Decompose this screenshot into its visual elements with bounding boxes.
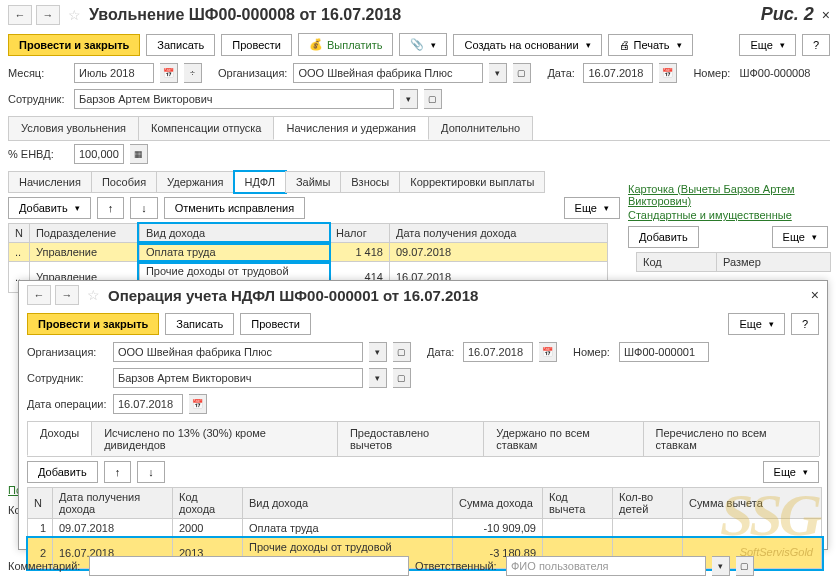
col-kids: Кол-во детей bbox=[613, 488, 683, 519]
date-input[interactable]: 16.07.2018 bbox=[583, 63, 653, 83]
subtab-corrections[interactable]: Корректировки выплаты bbox=[399, 171, 545, 193]
tab-withheld[interactable]: Удержано по всем ставкам bbox=[483, 421, 643, 456]
tab-transferred[interactable]: Перечислено по всем ставкам bbox=[643, 421, 820, 456]
table-row[interactable]: .. Управление Оплата труда 1 418 09.07.2… bbox=[9, 243, 608, 262]
dropdown-icon[interactable]: ▾ bbox=[712, 556, 730, 576]
subtab-accruals[interactable]: Начисления bbox=[8, 171, 92, 193]
more-button[interactable]: Еще bbox=[739, 34, 795, 56]
tab-deductions[interactable]: Предоставлено вычетов bbox=[337, 421, 484, 456]
more-button[interactable]: Еще bbox=[564, 197, 620, 219]
resp-input[interactable]: ФИО пользователя bbox=[506, 556, 706, 576]
help-button[interactable]: ? bbox=[802, 34, 830, 56]
col-type: Вид дохода bbox=[139, 224, 329, 243]
calc-icon[interactable]: ▦ bbox=[130, 144, 148, 164]
more-button[interactable]: Еще bbox=[763, 461, 819, 483]
back-button[interactable]: ← bbox=[8, 5, 32, 25]
num-label: Номер: bbox=[573, 346, 613, 358]
post-button[interactable]: Провести bbox=[240, 313, 311, 335]
subtab-benefits[interactable]: Пособия bbox=[91, 171, 157, 193]
save-button[interactable]: Записать bbox=[146, 34, 215, 56]
open-icon[interactable]: ▢ bbox=[393, 342, 411, 362]
tab-compensation[interactable]: Компенсации отпуска bbox=[138, 116, 274, 140]
subtab-loans[interactable]: Займы bbox=[285, 171, 341, 193]
date-input[interactable]: 16.07.2018 bbox=[463, 342, 533, 362]
col-code: Код дохода bbox=[173, 488, 243, 519]
help-button[interactable]: ? bbox=[791, 313, 819, 335]
emp-input[interactable]: Барзов Артем Викторович bbox=[113, 368, 363, 388]
pay-button[interactable]: 💰 Выплатить bbox=[298, 33, 393, 56]
save-button[interactable]: Записать bbox=[165, 313, 234, 335]
month-label: Месяц: bbox=[8, 67, 68, 79]
dropdown-icon[interactable]: ▾ bbox=[400, 89, 418, 109]
subtab-contributions[interactable]: Взносы bbox=[340, 171, 400, 193]
table-row[interactable]: 1 09.07.2018 2000 Оплата труда -10 909,0… bbox=[28, 519, 822, 538]
cancel-fix-button[interactable]: Отменить исправления bbox=[164, 197, 305, 219]
add-button[interactable]: Добавить bbox=[27, 461, 98, 483]
down-button[interactable]: ↓ bbox=[137, 461, 165, 483]
dropdown-icon[interactable]: ▾ bbox=[369, 368, 387, 388]
opdate-input[interactable]: 16.07.2018 bbox=[113, 394, 183, 414]
calendar-icon[interactable]: 📅 bbox=[189, 394, 207, 414]
tab-income[interactable]: Доходы bbox=[27, 421, 92, 456]
open-icon[interactable]: ▢ bbox=[736, 556, 754, 576]
close-icon[interactable]: × bbox=[822, 7, 830, 23]
std-link[interactable]: Стандартные и имущественные bbox=[628, 208, 828, 222]
create-from-button[interactable]: Создать на основании bbox=[453, 34, 601, 56]
attach-button[interactable]: 📎 bbox=[399, 33, 447, 56]
star-icon[interactable]: ☆ bbox=[87, 287, 100, 303]
up-button[interactable]: ↑ bbox=[104, 461, 132, 483]
col-code: Код bbox=[637, 253, 717, 272]
calendar-icon[interactable]: 📅 bbox=[160, 63, 178, 83]
post-close-button[interactable]: Провести и закрыть bbox=[27, 313, 159, 335]
col-n: N bbox=[28, 488, 53, 519]
card-link[interactable]: Карточка (Вычеты Барзов Артем Викторович… bbox=[628, 182, 828, 208]
col-n: N bbox=[9, 224, 30, 243]
org-input[interactable]: ООО Швейная фабрика Плюс bbox=[293, 63, 483, 83]
envd-input[interactable]: 100,000 bbox=[74, 144, 124, 164]
print-button[interactable]: 🖨 Печать bbox=[608, 34, 693, 56]
calendar-icon[interactable]: 📅 bbox=[539, 342, 557, 362]
tab-accruals[interactable]: Начисления и удержания bbox=[273, 116, 429, 140]
dropdown-icon[interactable]: ▾ bbox=[489, 63, 507, 83]
subtab-deductions[interactable]: Удержания bbox=[156, 171, 234, 193]
col-tax: Налог bbox=[329, 224, 389, 243]
open-icon[interactable]: ▢ bbox=[513, 63, 531, 83]
add-button[interactable]: Добавить bbox=[8, 197, 91, 219]
close-icon[interactable]: × bbox=[811, 287, 819, 303]
org-input[interactable]: ООО Швейная фабрика Плюс bbox=[113, 342, 363, 362]
forward-button[interactable]: → bbox=[36, 5, 60, 25]
subtab-ndfl[interactable]: НДФЛ bbox=[234, 171, 286, 193]
tab-calc13[interactable]: Исчислено по 13% (30%) кроме дивидендов bbox=[91, 421, 338, 456]
open-icon[interactable]: ▢ bbox=[424, 89, 442, 109]
post-button[interactable]: Провести bbox=[221, 34, 292, 56]
emp-label: Сотрудник: bbox=[27, 372, 107, 384]
comment-input[interactable] bbox=[89, 556, 409, 576]
forward-button[interactable]: → bbox=[55, 285, 79, 305]
num-value: ШФ00-000008 bbox=[739, 67, 810, 79]
dropdown-icon[interactable]: ▾ bbox=[369, 342, 387, 362]
emp-input[interactable]: Барзов Артем Викторович bbox=[74, 89, 394, 109]
post-close-button[interactable]: Провести и закрыть bbox=[8, 34, 140, 56]
more-button[interactable]: Еще bbox=[728, 313, 784, 335]
month-input[interactable]: Июль 2018 bbox=[74, 63, 154, 83]
modal-title: Операция учета НДФЛ ШФ00-000001 от 16.07… bbox=[108, 287, 803, 304]
back-button[interactable]: ← bbox=[27, 285, 51, 305]
num-input[interactable]: ШФ00-000001 bbox=[619, 342, 709, 362]
tab-conditions[interactable]: Условия увольнения bbox=[8, 116, 139, 140]
deductions-table: Код Размер bbox=[636, 252, 831, 272]
calendar-icon[interactable]: 📅 bbox=[659, 63, 677, 83]
opdate-label: Дата операции: bbox=[27, 398, 107, 410]
up-button[interactable]: ↑ bbox=[97, 197, 125, 219]
tab-additional[interactable]: Дополнительно bbox=[428, 116, 533, 140]
stepper-icon[interactable]: ÷ bbox=[184, 63, 202, 83]
num-label: Номер: bbox=[693, 67, 733, 79]
resp-label: Ответственный: bbox=[415, 560, 500, 572]
open-icon[interactable]: ▢ bbox=[393, 368, 411, 388]
side-add-button[interactable]: Добавить bbox=[628, 226, 699, 248]
ndfl-operation-window: ← → ☆ Операция учета НДФЛ ШФ00-000001 от… bbox=[18, 280, 828, 550]
down-button[interactable]: ↓ bbox=[130, 197, 158, 219]
col-date: Дата получения дохода bbox=[389, 224, 607, 243]
side-more-button[interactable]: Еще bbox=[772, 226, 828, 248]
col-size: Размер bbox=[717, 253, 831, 272]
star-icon[interactable]: ☆ bbox=[68, 7, 81, 23]
